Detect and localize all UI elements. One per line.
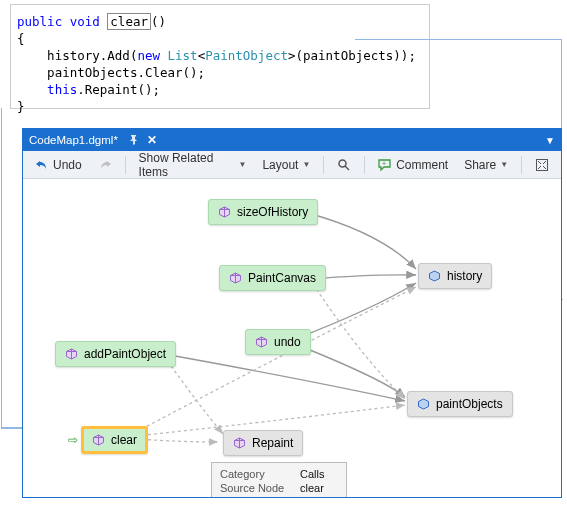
method-icon (92, 434, 105, 447)
chevron-down-icon: ▼ (302, 160, 310, 169)
pin-icon[interactable] (128, 134, 139, 147)
layout-button[interactable]: Layout ▼ (256, 155, 316, 175)
share-button[interactable]: Share ▼ (458, 155, 514, 175)
node-history[interactable]: history (418, 263, 492, 289)
graph-canvas[interactable]: sizeOfHistory PaintCanvas addPaintObject… (23, 179, 561, 497)
codemap-window: CodeMap1.dgml* ✕ ▼ Undo Show Related Ite… (22, 128, 562, 498)
show-related-button[interactable]: Show Related Items ▼ (133, 148, 253, 182)
find-button[interactable] (331, 155, 357, 175)
comment-button[interactable]: + Comment (372, 155, 454, 175)
svg-point-0 (339, 160, 346, 167)
toolbar: Undo Show Related Items ▼ Layout ▼ + Com… (23, 151, 561, 179)
title-bar[interactable]: CodeMap1.dgml* ✕ ▼ (23, 129, 561, 151)
tab-title: CodeMap1.dgml* (29, 134, 118, 146)
fit-to-screen-icon (535, 158, 549, 172)
edge-tooltip: CategoryCalls Source Nodeclear Target No… (211, 462, 347, 497)
node-paintobjects[interactable]: paintObjects (407, 391, 513, 417)
window-menu-icon[interactable]: ▼ (545, 135, 555, 146)
method-name-highlight: clear (107, 13, 151, 30)
undo-icon (35, 158, 49, 172)
node-paintcanvas[interactable]: PaintCanvas (219, 265, 326, 291)
chevron-down-icon: ▼ (500, 160, 508, 169)
node-addpaintobject[interactable]: addPaintObject (55, 341, 176, 367)
svg-text:+: + (382, 159, 386, 166)
close-icon[interactable]: ✕ (147, 133, 157, 147)
field-icon (417, 398, 430, 411)
search-icon (337, 158, 351, 172)
method-icon (65, 348, 78, 361)
redo-icon (98, 158, 112, 172)
comment-icon: + (378, 158, 392, 172)
method-icon (218, 206, 231, 219)
method-icon (255, 336, 268, 349)
node-repaint[interactable]: Repaint (223, 430, 303, 456)
code-editor[interactable]: public void clear() { history.Add(new Li… (10, 4, 430, 109)
chevron-down-icon: ▼ (238, 160, 246, 169)
method-icon (229, 272, 242, 285)
field-icon (428, 270, 441, 283)
redo-button[interactable] (92, 155, 118, 175)
node-undo[interactable]: undo (245, 329, 311, 355)
node-sizeofhistory[interactable]: sizeOfHistory (208, 199, 318, 225)
method-icon (233, 437, 246, 450)
fit-button[interactable] (529, 155, 555, 175)
entry-arrow-icon: ⇨ (68, 433, 78, 447)
node-clear[interactable]: ⇨ clear (81, 426, 148, 454)
undo-button[interactable]: Undo (29, 155, 88, 175)
svg-line-1 (345, 166, 349, 170)
